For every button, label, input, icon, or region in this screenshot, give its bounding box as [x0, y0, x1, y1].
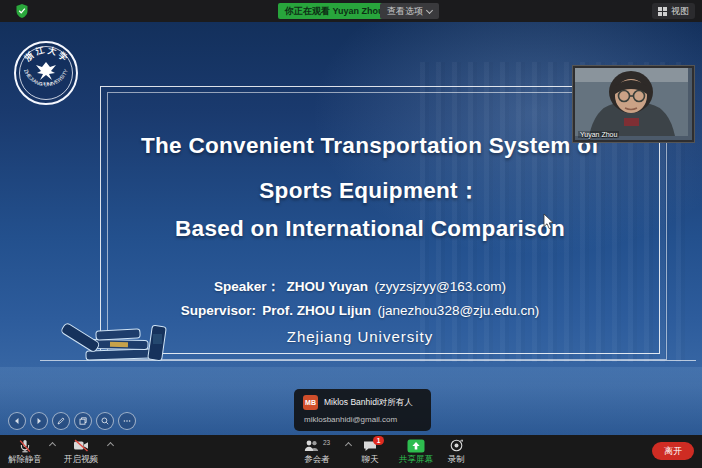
meeting-window: 你正在观看 Yuyan Zhou的屏幕 查看选项 视图	[0, 0, 702, 468]
prev-slide-button[interactable]	[8, 412, 26, 430]
next-slide-button[interactable]	[30, 412, 48, 430]
chat-notification-popup[interactable]: MB Miklos Banhidi对所有人 miklosbanhidi@gmai…	[294, 389, 431, 431]
camera-muted-icon	[73, 439, 89, 452]
pen-annotate-button[interactable]	[52, 412, 70, 430]
chat-label: 聊天	[352, 454, 388, 466]
participants-button[interactable]: 23 参会者	[293, 438, 341, 466]
meeting-top-bar: 你正在观看 Yuyan Zhou的屏幕 查看选项 视图	[0, 0, 702, 22]
leave-meeting-button[interactable]: 离开	[652, 442, 694, 460]
start-video-label: 开启视频	[58, 454, 104, 466]
pen-icon	[57, 417, 65, 425]
supervisor-email: (janezhou328@zju.edu.cn)	[378, 303, 540, 318]
participants-count: 23	[323, 439, 330, 446]
chat-popup-header: Miklos Banhidi对所有人	[324, 397, 413, 409]
next-slide-icon	[35, 417, 43, 425]
webcam-name-label: Yuyan Zhou	[578, 131, 619, 138]
slide-title-line-2: Sports Equipment：	[90, 175, 650, 206]
unmute-button[interactable]: 解除静音	[2, 438, 48, 466]
supervisor-label: Supervisor:	[181, 303, 256, 318]
zhejiang-university-seal: 浙 江 大 学 ZHEJIANG UNIVERSITY 1 8 9 7	[13, 40, 79, 110]
share-screen-label: 共享屏幕	[390, 454, 442, 466]
prev-slide-icon	[13, 417, 21, 425]
participants-label: 参会者	[293, 454, 341, 466]
chat-button[interactable]: 1 聊天	[352, 438, 388, 466]
meeting-toolbar: 解除静音 开启视频 23	[0, 435, 702, 468]
zoom-magnifier-button[interactable]	[96, 412, 114, 430]
video-options-chevron[interactable]	[107, 442, 114, 449]
slide-panel-icon	[79, 417, 87, 425]
unmute-label: 解除静音	[2, 454, 48, 466]
mic-muted-icon	[18, 439, 32, 453]
more-dots-icon	[123, 417, 131, 425]
more-options-button[interactable]	[118, 412, 136, 430]
share-screen-icon	[407, 439, 425, 453]
svg-text:1 8 9 7: 1 8 9 7	[40, 81, 53, 86]
record-label: 录制	[436, 454, 476, 466]
slide-title-line-1: The Convenient Transportation System of	[90, 133, 650, 159]
view-layout-button[interactable]: 视图	[652, 3, 695, 19]
chevron-down-icon	[426, 6, 433, 13]
chat-unread-badge: 1	[373, 436, 384, 445]
slide-panel-button[interactable]	[74, 412, 92, 430]
security-shield-icon[interactable]	[16, 4, 28, 22]
speaker-email: (zyyzsjzyy@163.com)	[375, 279, 506, 294]
mic-options-chevron[interactable]	[49, 442, 56, 449]
grid-view-icon	[658, 7, 667, 16]
supervisor-name: Prof. ZHOU Lijun	[262, 303, 371, 318]
speaker-label: Speaker：	[214, 279, 280, 294]
chat-avatar: MB	[303, 395, 318, 410]
slideshow-control-bar	[8, 412, 136, 430]
record-button[interactable]: 录制	[436, 438, 476, 466]
view-button-label: 视图	[671, 5, 689, 18]
chat-popup-message: miklosbanhidi@gmail.com	[304, 415, 421, 424]
shared-screen-slide: 浙 江 大 学 ZHEJIANG UNIVERSITY 1 8 9 7 The …	[0, 22, 702, 435]
speaker-line: Speaker： ZHOU Yuyan (zyyzsjzyy@163.com)	[60, 278, 660, 296]
books-illustration	[58, 314, 180, 368]
record-icon	[450, 439, 463, 452]
speaker-name: ZHOU Yuyan	[287, 279, 369, 294]
view-options-button[interactable]: 查看选项	[380, 3, 439, 19]
magnifier-icon	[101, 417, 109, 425]
slide-title-line-3: Based on International Comparison	[90, 216, 650, 242]
view-options-label: 查看选项	[387, 5, 423, 18]
webcam-video-feed	[575, 68, 688, 136]
participants-chevron[interactable]	[345, 442, 352, 449]
share-screen-button[interactable]: 共享屏幕	[390, 438, 442, 466]
mouse-cursor	[543, 214, 554, 234]
participants-icon	[304, 440, 321, 452]
start-video-button[interactable]: 开启视频	[58, 438, 104, 466]
webcam-thumbnail[interactable]: Yuyan Zhou	[573, 66, 694, 142]
